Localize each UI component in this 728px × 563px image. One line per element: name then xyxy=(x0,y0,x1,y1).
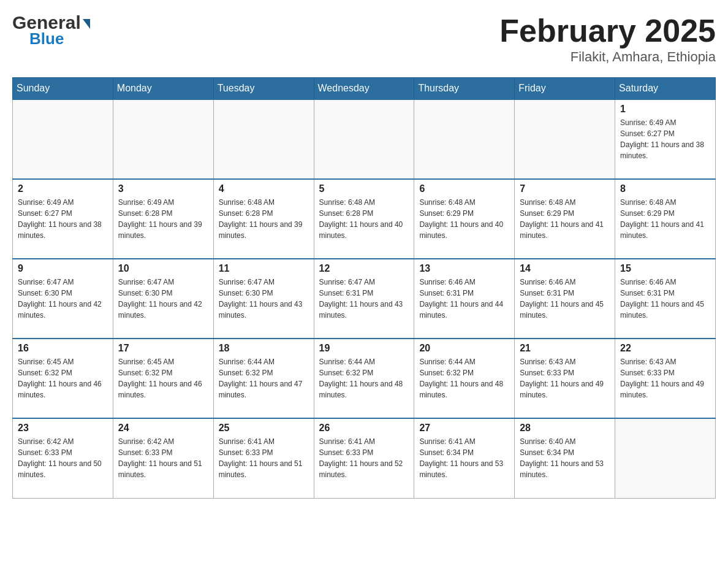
calendar-week-row: 16Sunrise: 6:45 AMSunset: 6:32 PMDayligh… xyxy=(13,339,716,418)
day-number: 28 xyxy=(520,423,610,434)
calendar-cell: 10Sunrise: 6:47 AMSunset: 6:30 PMDayligh… xyxy=(113,259,213,339)
calendar-cell: 23Sunrise: 6:42 AMSunset: 6:33 PMDayligh… xyxy=(13,418,113,498)
day-number: 27 xyxy=(419,423,509,434)
day-number: 16 xyxy=(18,343,108,354)
day-info: Sunrise: 6:41 AMSunset: 6:33 PMDaylight:… xyxy=(319,436,409,480)
day-number: 18 xyxy=(219,343,309,354)
calendar-cell: 4Sunrise: 6:48 AMSunset: 6:28 PMDaylight… xyxy=(213,179,314,259)
calendar-week-row: 9Sunrise: 6:47 AMSunset: 6:30 PMDaylight… xyxy=(13,259,716,339)
calendar-cell xyxy=(113,99,213,179)
day-info: Sunrise: 6:48 AMSunset: 6:29 PMDaylight:… xyxy=(419,197,509,241)
day-number: 4 xyxy=(219,183,309,194)
day-number: 7 xyxy=(520,183,610,194)
day-number: 9 xyxy=(18,263,108,274)
calendar-cell: 27Sunrise: 6:41 AMSunset: 6:34 PMDayligh… xyxy=(414,418,515,498)
day-info: Sunrise: 6:49 AMSunset: 6:27 PMDaylight:… xyxy=(18,197,108,241)
calendar-cell: 2Sunrise: 6:49 AMSunset: 6:27 PMDaylight… xyxy=(13,179,113,259)
day-number: 25 xyxy=(219,423,309,434)
page-header: General Blue February 2025 Filakit, Amha… xyxy=(12,12,716,65)
day-number: 12 xyxy=(319,263,409,274)
day-info: Sunrise: 6:42 AMSunset: 6:33 PMDaylight:… xyxy=(18,436,108,480)
day-of-week-header: Thursday xyxy=(414,78,515,100)
day-number: 19 xyxy=(319,343,409,354)
day-number: 22 xyxy=(620,343,710,354)
day-info: Sunrise: 6:46 AMSunset: 6:31 PMDaylight:… xyxy=(419,277,509,321)
calendar-cell: 22Sunrise: 6:43 AMSunset: 6:33 PMDayligh… xyxy=(615,339,716,418)
calendar-week-row: 23Sunrise: 6:42 AMSunset: 6:33 PMDayligh… xyxy=(13,418,716,498)
location: Filakit, Amhara, Ethiopia xyxy=(499,49,716,65)
calendar-cell: 15Sunrise: 6:46 AMSunset: 6:31 PMDayligh… xyxy=(615,259,716,339)
calendar-cell: 19Sunrise: 6:44 AMSunset: 6:32 PMDayligh… xyxy=(314,339,414,418)
calendar-cell xyxy=(314,99,414,179)
day-info: Sunrise: 6:43 AMSunset: 6:33 PMDaylight:… xyxy=(620,356,710,400)
day-info: Sunrise: 6:40 AMSunset: 6:34 PMDaylight:… xyxy=(520,436,610,480)
day-info: Sunrise: 6:48 AMSunset: 6:29 PMDaylight:… xyxy=(520,197,610,241)
day-number: 17 xyxy=(118,343,208,354)
day-info: Sunrise: 6:49 AMSunset: 6:27 PMDaylight:… xyxy=(620,117,710,161)
day-info: Sunrise: 6:41 AMSunset: 6:34 PMDaylight:… xyxy=(419,436,509,480)
calendar-cell: 21Sunrise: 6:43 AMSunset: 6:33 PMDayligh… xyxy=(515,339,615,418)
day-info: Sunrise: 6:44 AMSunset: 6:32 PMDaylight:… xyxy=(419,356,509,400)
calendar-cell: 6Sunrise: 6:48 AMSunset: 6:29 PMDaylight… xyxy=(414,179,515,259)
calendar-cell: 24Sunrise: 6:42 AMSunset: 6:33 PMDayligh… xyxy=(113,418,213,498)
day-number: 23 xyxy=(18,423,108,434)
calendar-cell: 5Sunrise: 6:48 AMSunset: 6:28 PMDaylight… xyxy=(314,179,414,259)
calendar-cell: 13Sunrise: 6:46 AMSunset: 6:31 PMDayligh… xyxy=(414,259,515,339)
day-number: 8 xyxy=(620,183,710,194)
day-of-week-header: Wednesday xyxy=(314,78,414,100)
day-number: 2 xyxy=(18,183,108,194)
day-number: 21 xyxy=(520,343,610,354)
calendar-cell: 7Sunrise: 6:48 AMSunset: 6:29 PMDaylight… xyxy=(515,179,615,259)
day-info: Sunrise: 6:48 AMSunset: 6:28 PMDaylight:… xyxy=(319,197,409,241)
day-info: Sunrise: 6:49 AMSunset: 6:28 PMDaylight:… xyxy=(118,197,208,241)
calendar-header-row: SundayMondayTuesdayWednesdayThursdayFrid… xyxy=(13,78,716,100)
day-info: Sunrise: 6:44 AMSunset: 6:32 PMDaylight:… xyxy=(219,356,309,400)
day-number: 1 xyxy=(620,104,710,115)
day-number: 13 xyxy=(419,263,509,274)
day-number: 3 xyxy=(118,183,208,194)
day-of-week-header: Monday xyxy=(113,78,213,100)
logo: General Blue xyxy=(12,12,90,48)
calendar-cell: 14Sunrise: 6:46 AMSunset: 6:31 PMDayligh… xyxy=(515,259,615,339)
calendar-cell: 12Sunrise: 6:47 AMSunset: 6:31 PMDayligh… xyxy=(314,259,414,339)
calendar-cell: 17Sunrise: 6:45 AMSunset: 6:32 PMDayligh… xyxy=(113,339,213,418)
calendar-cell: 25Sunrise: 6:41 AMSunset: 6:33 PMDayligh… xyxy=(213,418,314,498)
day-info: Sunrise: 6:42 AMSunset: 6:33 PMDaylight:… xyxy=(118,436,208,480)
day-number: 14 xyxy=(520,263,610,274)
logo-triangle-icon xyxy=(83,19,90,29)
day-of-week-header: Friday xyxy=(515,78,615,100)
day-info: Sunrise: 6:46 AMSunset: 6:31 PMDaylight:… xyxy=(620,277,710,321)
calendar-cell xyxy=(615,418,716,498)
day-number: 10 xyxy=(118,263,208,274)
calendar-cell: 1Sunrise: 6:49 AMSunset: 6:27 PMDaylight… xyxy=(615,99,716,179)
day-info: Sunrise: 6:47 AMSunset: 6:30 PMDaylight:… xyxy=(219,277,309,321)
day-number: 20 xyxy=(419,343,509,354)
calendar-cell: 11Sunrise: 6:47 AMSunset: 6:30 PMDayligh… xyxy=(213,259,314,339)
day-info: Sunrise: 6:41 AMSunset: 6:33 PMDaylight:… xyxy=(219,436,309,480)
day-number: 26 xyxy=(319,423,409,434)
calendar-table: SundayMondayTuesdayWednesdayThursdayFrid… xyxy=(12,77,716,499)
calendar-cell xyxy=(213,99,314,179)
day-info: Sunrise: 6:48 AMSunset: 6:28 PMDaylight:… xyxy=(219,197,309,241)
calendar-cell: 3Sunrise: 6:49 AMSunset: 6:28 PMDaylight… xyxy=(113,179,213,259)
day-number: 11 xyxy=(219,263,309,274)
day-of-week-header: Sunday xyxy=(13,78,113,100)
logo-blue-text: Blue xyxy=(29,29,64,48)
calendar-week-row: 1Sunrise: 6:49 AMSunset: 6:27 PMDaylight… xyxy=(13,99,716,179)
day-number: 24 xyxy=(118,423,208,434)
calendar-cell: 28Sunrise: 6:40 AMSunset: 6:34 PMDayligh… xyxy=(515,418,615,498)
calendar-cell xyxy=(13,99,113,179)
calendar-cell: 9Sunrise: 6:47 AMSunset: 6:30 PMDaylight… xyxy=(13,259,113,339)
day-info: Sunrise: 6:45 AMSunset: 6:32 PMDaylight:… xyxy=(118,356,208,400)
day-info: Sunrise: 6:46 AMSunset: 6:31 PMDaylight:… xyxy=(520,277,610,321)
day-number: 5 xyxy=(319,183,409,194)
calendar-cell xyxy=(515,99,615,179)
calendar-cell: 16Sunrise: 6:45 AMSunset: 6:32 PMDayligh… xyxy=(13,339,113,418)
title-section: February 2025 Filakit, Amhara, Ethiopia xyxy=(499,12,716,65)
day-info: Sunrise: 6:44 AMSunset: 6:32 PMDaylight:… xyxy=(319,356,409,400)
day-of-week-header: Tuesday xyxy=(213,78,314,100)
day-info: Sunrise: 6:43 AMSunset: 6:33 PMDaylight:… xyxy=(520,356,610,400)
calendar-cell: 8Sunrise: 6:48 AMSunset: 6:29 PMDaylight… xyxy=(615,179,716,259)
day-of-week-header: Saturday xyxy=(615,78,716,100)
calendar-cell: 18Sunrise: 6:44 AMSunset: 6:32 PMDayligh… xyxy=(213,339,314,418)
